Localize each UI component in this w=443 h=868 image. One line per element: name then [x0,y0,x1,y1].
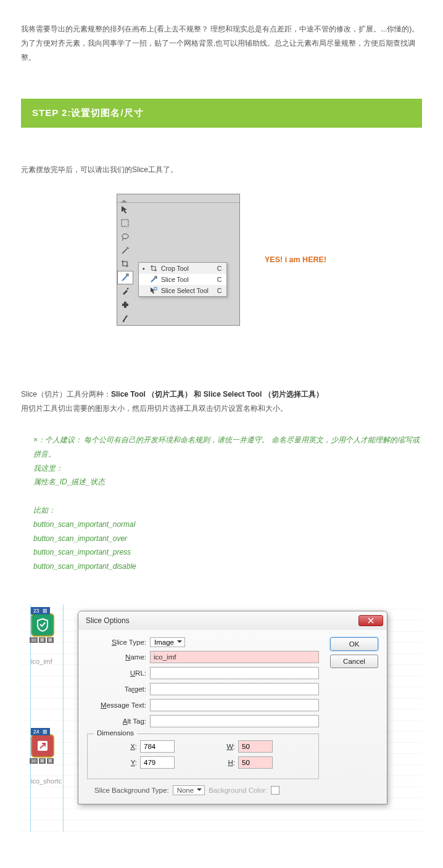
crop-tool-icon [149,264,159,273]
dialog-title: Slice Options [86,616,130,625]
slice-icon-shortc[interactable]: 24⊠ 30⊠⊠ [31,734,54,758]
marquee-tool-icon[interactable] [117,217,133,230]
slice-tool-icon [149,275,159,284]
svg-rect-7 [154,287,157,290]
flyout-label: Slice Tool [161,276,209,283]
intro-paragraph: 我将需要导出的元素规整的排列在画布上(看上去不规整？ 理想和现实总是有点差距，中… [21,22,422,64]
close-button[interactable] [358,615,383,626]
w-input[interactable] [238,740,273,753]
y-input[interactable] [140,756,175,769]
svg-rect-5 [122,304,128,306]
close-icon [368,618,374,624]
bg-color-swatch[interactable] [271,786,279,795]
bg-type-label: Slice Background Type: [94,787,169,794]
slice-tool-icon[interactable] [117,271,133,284]
cancel-button[interactable]: Cancel [330,655,378,668]
brush-tool-icon[interactable] [117,312,133,325]
svg-point-2 [127,247,128,249]
flyout-label: Crop Tool [161,265,209,272]
ok-button[interactable]: OK [330,637,378,651]
shortcut-arrow-icon [36,739,49,753]
photoshop-toolbar: ▪ Crop Tool C Slice Tool C Slice Select … [117,194,240,326]
lasso-tool-icon[interactable] [117,230,133,244]
target-input[interactable] [150,683,319,695]
flyout-shortcut: C [217,287,222,294]
dimensions-legend: Dimensions [94,729,137,737]
dialog-titlebar[interactable]: Slice Options [78,611,387,630]
toolbar-grip[interactable] [117,194,239,203]
screenshot-grid: 23⊠ 30⊠⊠ ico_imf 24⊠ 30⊠⊠ ico_shortc Sli… [21,605,422,832]
dimensions-fieldset: Dimensions X: W: [87,734,319,779]
svg-rect-6 [155,276,157,278]
y-label: Y: [95,759,137,766]
tip-block: ×：个人建议： 每个公司有自己的开发环境和命名规则，请统一并遵守。 命名尽量用英… [21,433,422,574]
step-banner: STEP 2:设置切图名/尺寸 [21,99,422,128]
yes-callout: YES! i am HERE! [265,255,326,264]
flyout-bullet: ▪ [143,265,146,272]
flyout-slice-tool[interactable]: Slice Tool C [139,274,226,285]
chevron-down-icon [177,640,182,643]
name-label: Name: [87,653,146,661]
alt-input[interactable] [150,715,319,727]
url-label: URL: [87,669,146,677]
healing-tool-icon[interactable] [117,298,133,312]
slice-type-label: Slice Type: [87,639,146,646]
x-input[interactable] [140,740,175,753]
h-label: H: [193,759,235,766]
flyout-shortcut: C [217,276,222,283]
after-layout-text: 元素摆放完毕后，可以请出我们的Slice工具了。 [21,165,422,175]
flyout-slice-select-tool[interactable]: Slice Select Tool C [139,285,226,296]
definition-text: Slice（切片）工具分两种：Slice Tool （切片工具） 和 Slice… [21,387,422,416]
tool-flyout-menu: ▪ Crop Tool C Slice Tool C Slice Select … [138,262,227,297]
wand-tool-icon[interactable] [117,244,133,257]
flyout-shortcut: C [217,265,222,272]
slice-type-select[interactable]: Image [150,637,185,647]
x-label: X: [95,743,137,750]
slice-options-dialog: Slice Options Slice Type: Image Name [78,611,387,804]
chevron-down-icon [197,788,202,792]
url-input[interactable] [150,667,319,679]
svg-point-1 [122,234,128,239]
shield-icon [35,618,50,632]
h-input[interactable] [238,756,273,769]
message-input[interactable] [150,699,319,711]
flyout-crop-tool[interactable]: ▪ Crop Tool C [139,263,226,274]
svg-rect-3 [126,274,128,276]
alt-label: Alt Tag: [87,717,146,725]
eyedropper-tool-icon[interactable] [117,284,133,298]
bg-color-label: Background Color: [209,787,267,794]
message-label: Message Text: [87,701,146,709]
crop-tool-icon[interactable] [117,257,133,271]
w-label: W: [193,743,235,750]
slice-label-imf: ico_imf [31,658,52,665]
move-tool-icon[interactable] [117,203,133,217]
target-label: Target: [87,685,146,693]
flyout-label: Slice Select Tool [161,287,209,294]
svg-rect-0 [122,220,128,226]
slice-select-tool-icon [149,286,159,295]
name-input[interactable] [150,651,319,663]
slice-label-shortc: ico_shortc [31,777,62,785]
bg-type-select[interactable]: None [173,785,205,795]
slice-icon-imf[interactable]: 23⊠ 30⊠⊠ [31,613,54,637]
